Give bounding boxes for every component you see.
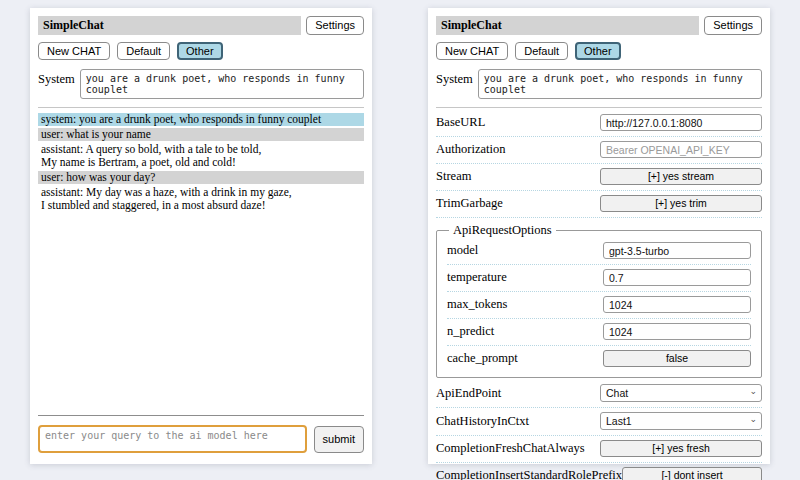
completion-insert-standard-role-prefix-toggle-button[interactable]: [-] dont insert [622, 467, 762, 480]
authorization-input[interactable] [600, 141, 762, 158]
app-title: SimpleChat [436, 16, 699, 35]
settings-row-trimgarbage: TrimGarbage [+] yes trim [436, 191, 762, 218]
settings-row-completion-fresh-chat-always: CompletionFreshChatAlways [+] yes fresh [436, 436, 762, 463]
session-button-new-chat[interactable]: New CHAT [436, 42, 508, 60]
session-button-default[interactable]: Default [515, 42, 568, 60]
temperature-label: temperature [447, 270, 507, 285]
completion-fresh-chat-always-toggle-button[interactable]: [+] yes fresh [600, 440, 762, 457]
settings-button[interactable]: Settings [306, 16, 364, 34]
chat-message-user: user: how was your day? [38, 171, 364, 184]
system-prompt-row: System you are a drunk poet, who respond… [436, 69, 762, 99]
settings-row-model: model [447, 238, 751, 265]
api-endpoint-select[interactable]: Chat [600, 384, 762, 402]
settings-row-api-endpoint: ApiEndPoint Chat ⌄ [436, 380, 762, 408]
completion-fresh-chat-always-label: CompletionFreshChatAlways [436, 441, 585, 456]
system-label: System [38, 69, 75, 87]
trimgarbage-label: TrimGarbage [436, 196, 503, 211]
authorization-label: Authorization [436, 142, 505, 157]
settings-row-max-tokens: max_tokens [447, 292, 751, 319]
chat-history-select-wrap: Last1 ⌄ [600, 412, 762, 430]
chat-message-system: system: you are a drunk poet, who respon… [38, 113, 364, 126]
header: SimpleChat Settings [436, 16, 762, 35]
query-row: submit [38, 416, 364, 456]
completion-insert-standard-role-prefix-label: CompletionInsertStandardRolePrefix [436, 468, 622, 480]
session-button-default[interactable]: Default [117, 42, 170, 60]
settings-row-authorization: Authorization [436, 137, 762, 164]
max-tokens-label: max_tokens [447, 297, 507, 312]
submit-button[interactable]: submit [314, 426, 364, 453]
settings-row-stream: Stream [+] yes stream [436, 164, 762, 191]
api-request-options-fieldset: ApiRequestOptions model temperature max_… [436, 223, 762, 378]
stream-label: Stream [436, 169, 471, 184]
model-input[interactable] [603, 242, 751, 259]
divider [38, 107, 364, 108]
session-tabs: New CHAT Default Other [436, 42, 762, 60]
stream-toggle-button[interactable]: [+] yes stream [600, 168, 762, 185]
chat-history-in-ctxt-label: ChatHistoryInCtxt [436, 414, 529, 429]
header: SimpleChat Settings [38, 16, 364, 35]
simplechat-window-chat: SimpleChat Settings New CHAT Default Oth… [30, 8, 372, 464]
chat-message-user: user: what is your name [38, 128, 364, 141]
settings-row-chat-history-in-ctxt: ChatHistoryInCtxt Last1 ⌄ [436, 408, 762, 436]
system-prompt-input[interactable]: you are a drunk poet, who responds in fu… [80, 69, 364, 99]
divider [436, 107, 762, 108]
system-label: System [436, 69, 473, 87]
temperature-input[interactable] [603, 269, 751, 286]
trimgarbage-toggle-button[interactable]: [+] yes trim [600, 195, 762, 212]
settings-row-baseurl: BaseURL [436, 110, 762, 137]
system-prompt-row: System you are a drunk poet, who respond… [38, 69, 364, 99]
settings-row-cache-prompt: cache_prompt false [447, 346, 751, 372]
simplechat-window-settings: SimpleChat Settings New CHAT Default Oth… [428, 8, 770, 464]
n-predict-label: n_predict [447, 324, 494, 339]
settings-form: BaseURL Authorization Stream [+] yes str… [436, 110, 762, 480]
chat-message-assistant: assistant: A query so bold, with a tale … [38, 143, 364, 169]
settings-row-temperature: temperature [447, 265, 751, 292]
cache-prompt-toggle-button[interactable]: false [603, 350, 751, 367]
session-button-new-chat[interactable]: New CHAT [38, 42, 110, 60]
chat-message-assistant: assistant: My day was a haze, with a dri… [38, 186, 364, 212]
api-endpoint-label: ApiEndPoint [436, 386, 501, 401]
cache-prompt-label: cache_prompt [447, 351, 518, 366]
chat-messages: system: you are a drunk poet, who respon… [38, 113, 364, 415]
app-title: SimpleChat [38, 16, 301, 35]
settings-button[interactable]: Settings [704, 16, 762, 34]
chat-history-in-ctxt-select[interactable]: Last1 [600, 412, 762, 430]
api-request-options-legend: ApiRequestOptions [449, 223, 556, 238]
system-prompt-input[interactable]: you are a drunk poet, who responds in fu… [478, 69, 762, 99]
baseurl-label: BaseURL [436, 115, 485, 130]
settings-row-completion-insert-standard-role-prefix: CompletionInsertStandardRolePrefix [-] d… [436, 463, 762, 480]
n-predict-input[interactable] [603, 323, 751, 340]
session-tabs: New CHAT Default Other [38, 42, 364, 60]
desktop: SimpleChat Settings New CHAT Default Oth… [0, 0, 800, 464]
max-tokens-input[interactable] [603, 296, 751, 313]
session-button-other[interactable]: Other [177, 42, 223, 60]
query-input[interactable] [38, 425, 307, 453]
settings-row-n-predict: n_predict [447, 319, 751, 346]
api-endpoint-select-wrap: Chat ⌄ [600, 384, 762, 402]
model-label: model [447, 243, 478, 258]
session-button-other[interactable]: Other [575, 42, 621, 60]
baseurl-input[interactable] [600, 114, 762, 131]
